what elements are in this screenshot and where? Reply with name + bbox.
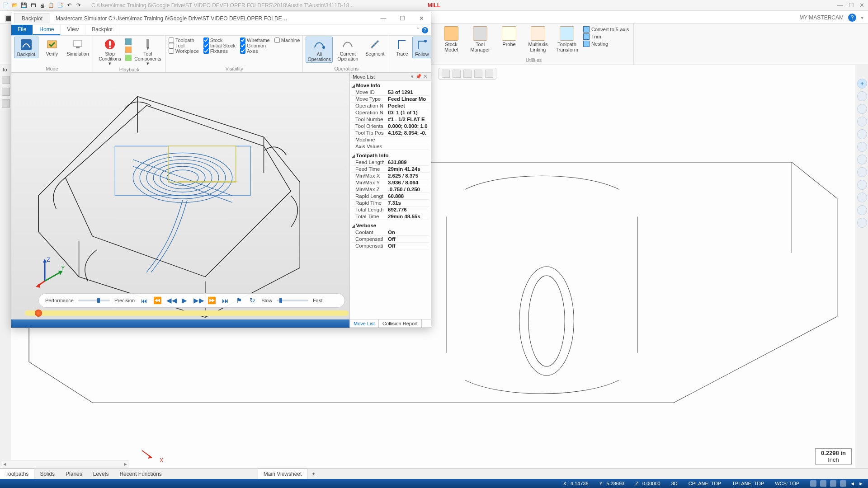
add-viewsheet-button[interactable]: + bbox=[307, 469, 320, 479]
sim-tab-backplot[interactable]: Backplot bbox=[85, 25, 119, 35]
qat-copy-icon[interactable]: 📋 bbox=[47, 1, 55, 9]
step-back-icon[interactable]: ◀◀ bbox=[166, 296, 175, 305]
visibility-cb-toolpath[interactable] bbox=[169, 38, 174, 43]
minimize-icon[interactable]: — bbox=[837, 2, 843, 9]
sim-tab-view[interactable]: View bbox=[61, 25, 85, 35]
visibility-cb-stock[interactable] bbox=[203, 38, 209, 43]
backplot-mode-button[interactable]: Backplot bbox=[14, 37, 38, 58]
probe-button[interactable]: Probe bbox=[496, 26, 522, 47]
help-icon[interactable]: ? bbox=[848, 14, 856, 22]
float-btn-5[interactable] bbox=[485, 70, 493, 78]
status-wcs[interactable]: WCS: TOP bbox=[775, 481, 799, 486]
qat-print-icon[interactable]: 🖨 bbox=[38, 1, 46, 9]
gizmo-btn-9[interactable] bbox=[857, 180, 867, 190]
visibility-workpiece[interactable]: Workpiece bbox=[169, 48, 199, 54]
qat-redo-icon[interactable]: ↷ bbox=[74, 1, 82, 9]
qat-save2-icon[interactable]: 🗔 bbox=[29, 1, 37, 9]
current-operation-button[interactable]: Current Operation bbox=[334, 37, 361, 62]
panel-section-move-info[interactable]: Move Info bbox=[352, 82, 429, 89]
follow-button[interactable]: Follow bbox=[412, 37, 431, 58]
visibility-toolpath[interactable]: Toolpath bbox=[169, 38, 199, 43]
timeline-slider[interactable] bbox=[25, 310, 349, 316]
vtb-btn-1[interactable] bbox=[2, 76, 10, 84]
play-icon[interactable]: ▶ bbox=[180, 296, 189, 305]
timeline-thumb[interactable] bbox=[35, 310, 42, 317]
sim-minimize-button[interactable]: — bbox=[374, 13, 393, 24]
visibility-cb-initial-stock[interactable] bbox=[203, 43, 209, 48]
convert-5axis-button[interactable]: Convert to 5-axis bbox=[583, 26, 629, 33]
visibility-cb-gnomon[interactable] bbox=[240, 43, 245, 48]
sim-tab-home[interactable]: Home bbox=[33, 25, 61, 35]
gizmo-btn-2[interactable] bbox=[857, 91, 867, 101]
step-fwd-icon[interactable]: ▶▶ bbox=[193, 296, 203, 305]
tool-components-button[interactable]: Tool Components ▾ bbox=[133, 37, 163, 67]
visibility-cb-workpiece[interactable] bbox=[169, 48, 174, 54]
gizmo-btn-11[interactable] bbox=[857, 205, 867, 215]
visibility-wireframe[interactable]: Wireframe bbox=[240, 38, 270, 43]
gizmo-zoom-in-icon[interactable]: + bbox=[857, 79, 867, 89]
sim-tab-file[interactable]: File bbox=[11, 25, 33, 35]
gizmo-btn-4[interactable] bbox=[857, 117, 867, 127]
gizmo-btn-12[interactable] bbox=[857, 218, 867, 228]
my-mastercam-link[interactable]: MY MASTERCAM bbox=[799, 14, 844, 21]
visibility-cb-tool[interactable] bbox=[169, 43, 174, 48]
status-tplane[interactable]: TPLANE: TOP bbox=[732, 481, 764, 486]
go-start-icon[interactable]: ⏮ bbox=[139, 297, 148, 305]
gizmo-btn-3[interactable] bbox=[857, 104, 867, 114]
tab-main-viewsheet[interactable]: Main Viewsheet bbox=[258, 469, 308, 479]
sim-help-icon[interactable]: ? bbox=[422, 27, 428, 33]
tab-solids[interactable]: Solids bbox=[34, 469, 60, 479]
panel-dropdown-icon[interactable]: ▾ bbox=[409, 74, 415, 80]
ribbon-collapse-icon[interactable]: ▾ bbox=[861, 14, 863, 21]
visibility-gnomon[interactable]: Gnomon bbox=[240, 43, 270, 48]
qat-undo-icon[interactable]: ↶ bbox=[65, 1, 73, 9]
gizmo-btn-8[interactable] bbox=[857, 167, 867, 177]
sim-viewport[interactable]: Z Y Performance Precision ⏮ ⏪ ◀◀ ▶ ▶▶ ⏩ … bbox=[11, 73, 349, 328]
trim-button[interactable]: Trim bbox=[583, 33, 629, 40]
gizmo-btn-10[interactable] bbox=[857, 192, 867, 202]
bookmark-icon[interactable]: ⚑ bbox=[234, 296, 243, 305]
status-icon-1[interactable] bbox=[810, 480, 816, 487]
visibility-cb-wireframe[interactable] bbox=[240, 38, 245, 43]
gizmo-btn-6[interactable] bbox=[857, 142, 867, 152]
scroll-right-icon[interactable]: ► bbox=[123, 461, 128, 467]
qat-open-icon[interactable]: 📂 bbox=[11, 1, 19, 9]
panel-body[interactable]: Move InfoMove ID53 of 1291Move TypeFeed … bbox=[350, 81, 431, 319]
multiaxis-linking-button[interactable]: Multiaxis Linking bbox=[525, 26, 551, 52]
visibility-cb-machine[interactable] bbox=[274, 38, 280, 43]
status-nav-left-icon[interactable]: ◄ bbox=[850, 481, 855, 486]
float-btn-2[interactable] bbox=[453, 70, 461, 78]
speed-slider[interactable] bbox=[277, 300, 308, 301]
gizmo-btn-5[interactable] bbox=[857, 129, 867, 139]
visibility-initial-stock[interactable]: Initial Stock bbox=[203, 43, 236, 48]
tab-toolpaths[interactable]: Toolpaths bbox=[0, 469, 34, 479]
trace-button[interactable]: Trace bbox=[393, 37, 411, 57]
visibility-stock[interactable]: Stock bbox=[203, 38, 236, 43]
playback-small-3[interactable] bbox=[125, 55, 132, 61]
qat-new-icon[interactable]: 📄 bbox=[2, 1, 10, 9]
status-nav-right-icon[interactable]: ► bbox=[859, 481, 863, 486]
sim-maximize-button[interactable]: ☐ bbox=[393, 13, 412, 24]
sim-backplot-top-tab[interactable]: Backplot bbox=[14, 13, 50, 23]
status-icon-4[interactable] bbox=[840, 480, 846, 487]
status-icon-3[interactable] bbox=[830, 480, 836, 487]
panel-section-verbose[interactable]: Verbose bbox=[352, 222, 429, 229]
quality-slider[interactable] bbox=[78, 300, 110, 301]
panel-tab-collision[interactable]: Collision Report bbox=[379, 319, 422, 328]
tab-levels[interactable]: Levels bbox=[88, 469, 114, 479]
toolpath-transform-button[interactable]: Toolpath Transform bbox=[554, 26, 580, 52]
go-end-icon[interactable]: ⏭ bbox=[221, 297, 230, 305]
step-fwd-op-icon[interactable]: ⏩ bbox=[207, 296, 216, 305]
visibility-fixtures[interactable]: Fixtures bbox=[203, 48, 236, 54]
vtb-btn-3[interactable] bbox=[2, 99, 10, 108]
status-mode[interactable]: 3D bbox=[671, 481, 678, 486]
status-icon-2[interactable] bbox=[820, 480, 826, 487]
segment-button[interactable]: Segment bbox=[363, 37, 387, 57]
sim-ribbon-collapse-icon[interactable]: ˄ bbox=[416, 27, 419, 33]
visibility-cb-axes[interactable] bbox=[240, 48, 245, 54]
scroll-left-icon[interactable]: ◄ bbox=[2, 461, 7, 467]
float-btn-3[interactable] bbox=[463, 70, 472, 78]
vtb-btn-2[interactable] bbox=[2, 88, 10, 96]
visibility-cb-fixtures[interactable] bbox=[203, 48, 209, 54]
all-operations-button[interactable]: All Operations bbox=[306, 37, 333, 63]
